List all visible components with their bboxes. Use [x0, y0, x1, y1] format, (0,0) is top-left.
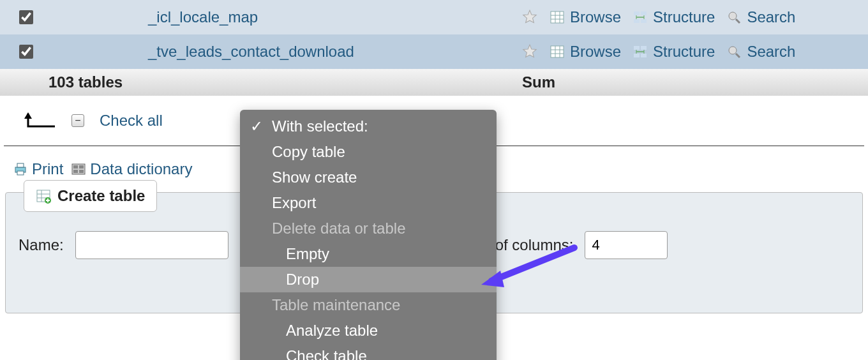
svg-rect-17 — [641, 46, 647, 50]
row-checkbox[interactable] — [19, 45, 33, 59]
data-dictionary-label: Data dictionary — [90, 160, 192, 178]
svg-rect-28 — [73, 170, 78, 173]
svg-rect-7 — [634, 19, 640, 23]
browse-label: Browse — [570, 43, 621, 61]
browse-link[interactable]: Browse — [550, 43, 621, 61]
search-label: Search — [747, 8, 795, 26]
structure-link[interactable]: Structure — [632, 8, 715, 26]
svg-rect-16 — [634, 46, 640, 50]
browse-icon — [550, 10, 565, 25]
dropdown-show-create[interactable]: Show create — [240, 165, 497, 190]
svg-rect-18 — [634, 54, 640, 57]
search-link[interactable]: Search — [726, 8, 795, 26]
name-label: Name: — [19, 236, 64, 254]
dropdown-group-delete: Delete data or table — [240, 216, 497, 241]
svg-point-9 — [729, 12, 737, 20]
svg-rect-11 — [551, 46, 564, 57]
check-all-link[interactable]: Check all — [100, 112, 163, 130]
sum-label: Sum — [522, 73, 555, 91]
data-dictionary-icon — [71, 161, 86, 177]
create-table-label: Create table — [57, 187, 145, 205]
create-table-button[interactable]: Create table — [24, 180, 157, 212]
table-name-input[interactable] — [75, 231, 228, 259]
dropdown-check-table[interactable]: Check table — [240, 343, 497, 360]
num-columns-input[interactable] — [585, 231, 668, 259]
svg-rect-27 — [79, 165, 84, 169]
structure-label: Structure — [653, 8, 715, 26]
search-label: Search — [747, 43, 795, 61]
search-link[interactable]: Search — [726, 43, 795, 61]
structure-link[interactable]: Structure — [632, 43, 715, 61]
dropdown-group-maintenance: Table maintenance — [240, 292, 497, 318]
svg-rect-8 — [641, 19, 647, 23]
star-icon[interactable] — [521, 43, 538, 60]
table-count: 103 tables — [49, 73, 123, 91]
row-checkbox[interactable] — [19, 10, 33, 24]
create-table-icon — [36, 188, 51, 204]
num-columns-label: of columns: — [495, 236, 574, 254]
browse-link[interactable]: Browse — [550, 8, 621, 26]
select-arrow-icon — [23, 111, 56, 130]
svg-rect-29 — [79, 170, 84, 173]
table-row: _tve_leads_contact_download Browse Struc… — [0, 34, 868, 69]
svg-rect-26 — [73, 165, 78, 169]
browse-icon — [550, 44, 565, 59]
dropdown-export[interactable]: Export — [240, 190, 497, 216]
search-icon — [726, 44, 742, 59]
table-name-link[interactable]: _tve_leads_contact_download — [148, 43, 521, 61]
print-icon — [13, 161, 28, 177]
partial-check-toggle[interactable]: − — [71, 114, 84, 127]
structure-icon — [632, 10, 648, 25]
dropdown-drop[interactable]: Drop — [240, 267, 497, 292]
dropdown-empty[interactable]: Empty — [240, 241, 497, 267]
browse-label: Browse — [570, 8, 621, 26]
star-icon[interactable] — [521, 9, 538, 26]
svg-rect-0 — [551, 11, 564, 23]
data-dictionary-link[interactable]: Data dictionary — [71, 160, 192, 178]
summary-row: 103 tables Sum — [0, 69, 868, 96]
svg-rect-24 — [17, 171, 24, 175]
print-link[interactable]: Print — [13, 160, 63, 178]
svg-line-10 — [736, 19, 740, 23]
structure-icon — [632, 44, 648, 59]
svg-rect-23 — [17, 163, 24, 167]
dropdown-copy-table[interactable]: Copy table — [240, 139, 497, 165]
svg-rect-5 — [634, 11, 640, 15]
svg-rect-19 — [641, 54, 647, 57]
svg-point-20 — [729, 47, 737, 54]
table-name-link[interactable]: _icl_locale_map — [148, 8, 521, 26]
svg-rect-6 — [641, 11, 647, 15]
with-selected-dropdown[interactable]: With selected: Copy table Show create Ex… — [240, 110, 497, 360]
dropdown-analyze[interactable]: Analyze table — [240, 318, 497, 343]
table-row: _icl_locale_map Browse Structure Search — [0, 0, 868, 34]
svg-line-21 — [736, 54, 740, 57]
dropdown-with-selected[interactable]: With selected: — [240, 114, 497, 139]
print-label: Print — [32, 160, 63, 178]
structure-label: Structure — [653, 43, 715, 61]
search-icon — [726, 10, 742, 25]
